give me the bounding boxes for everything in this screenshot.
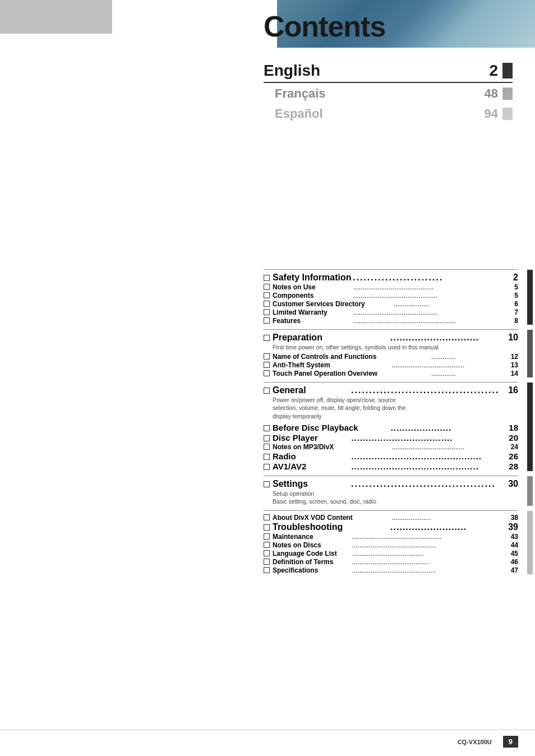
toc-dots-components: ........................................… bbox=[353, 292, 515, 299]
toc-row-troubleshoot: Troubleshooting ........................… bbox=[264, 522, 518, 532]
toc-dots-langcode: ...................................... bbox=[352, 550, 511, 557]
espanol-bar bbox=[502, 108, 513, 120]
toc-page-defterms: 46 bbox=[511, 558, 518, 566]
toc-dots-csd: ................... bbox=[394, 300, 515, 308]
toc-section-4: Settings ...............................… bbox=[264, 476, 518, 506]
page-footer: CQ-VX100U 9 bbox=[0, 730, 535, 748]
toc-dots-features: ........................................… bbox=[353, 317, 515, 325]
toc-dots-general: ........................................… bbox=[351, 385, 508, 395]
toc-row-antitheft: Anti-Theft System ......................… bbox=[264, 361, 518, 369]
language-espanol: Español 94 bbox=[264, 107, 513, 121]
toc-row-discplayer: Disc Player ............................… bbox=[264, 433, 518, 442]
toc-section-3: General ................................… bbox=[264, 382, 518, 471]
francais-page: 48 bbox=[485, 86, 498, 101]
toc-subtext-preparation: First time power on, other settings, sym… bbox=[264, 343, 518, 352]
toc-label-notes: Notes on Use bbox=[273, 283, 353, 291]
toc-row-touchpanel: Touch Panel Operation Overview .........… bbox=[264, 370, 518, 377]
toc-label-troubleshoot: Troubleshooting bbox=[273, 522, 390, 532]
toc-page-safety: 2 bbox=[513, 273, 518, 283]
toc-page-specs: 47 bbox=[511, 566, 518, 574]
toc-label-specs: Specifications bbox=[273, 566, 352, 574]
toc-dots-antitheft: ....................................... bbox=[391, 361, 510, 369]
toc-page-settings: 30 bbox=[508, 479, 518, 489]
toc-row-notesdiscs: Notes on Discs .........................… bbox=[264, 541, 518, 549]
espanol-page: 94 bbox=[485, 107, 498, 121]
toc-dots-radio: ........................................… bbox=[351, 451, 509, 461]
toc-label-maintenance: Maintenance bbox=[273, 533, 352, 541]
toc-page-csd: 6 bbox=[514, 300, 518, 308]
toc-dots-specs: ........................................… bbox=[352, 566, 511, 574]
toc-page-antitheft: 13 bbox=[511, 361, 518, 369]
toc-checkbox-components bbox=[264, 292, 270, 298]
toc-label-preparation: Preparation bbox=[273, 333, 390, 343]
toc-label-discplayer: Disc Player bbox=[273, 433, 351, 442]
toc-label-langcode: Language Code List bbox=[273, 550, 352, 557]
toc-subtext-settings: Setup operationBasic setting, screen, so… bbox=[264, 490, 518, 506]
toc-dots-touchpanel: ............. bbox=[431, 370, 511, 377]
toc-checkbox-maintenance bbox=[264, 533, 270, 540]
toc-page-features: 8 bbox=[514, 317, 518, 325]
toc-page-radio: 26 bbox=[509, 451, 518, 461]
toc-row-controls: Name of Controls and Functions .........… bbox=[264, 353, 518, 361]
toc-checkbox-features bbox=[264, 317, 270, 324]
toc-checkbox-general bbox=[264, 388, 270, 394]
toc-label-mp3: Notes on MP3/DivX bbox=[273, 443, 391, 451]
toc-label-general: General bbox=[273, 385, 351, 395]
toc-page-notesdiscs: 44 bbox=[511, 541, 518, 549]
toc-label-beforedisc: Before Disc Playback bbox=[273, 423, 391, 432]
toc-page-beforedisc: 18 bbox=[509, 423, 518, 432]
toc-label-divx: About DivX VOD Content bbox=[273, 514, 391, 522]
toc-row-csd: Customer Services Directory ............… bbox=[264, 300, 518, 308]
toc-label-antitheft: Anti-Theft System bbox=[273, 361, 391, 369]
toc-page-touchpanel: 14 bbox=[511, 370, 518, 377]
toc-page-notes: 5 bbox=[514, 283, 518, 291]
toc-checkbox-defterms bbox=[264, 559, 270, 565]
toc-checkbox-radio bbox=[264, 454, 270, 460]
toc-section-2: Preparation ............................… bbox=[264, 329, 518, 377]
toc-label-settings: Settings bbox=[273, 479, 351, 489]
toc-checkbox-touchpanel bbox=[264, 370, 270, 376]
toc-label-controls: Name of Controls and Functions bbox=[273, 353, 431, 361]
toc-dots-notesdiscs: ........................................… bbox=[352, 541, 511, 549]
toc-page-troubleshoot: 39 bbox=[508, 522, 518, 532]
page-title: Contents bbox=[264, 10, 385, 43]
toc-row-radio: Radio ..................................… bbox=[264, 451, 518, 461]
toc-dots-settings: ........................................ bbox=[351, 479, 508, 489]
toc-row-av: AV1/AV2 ................................… bbox=[264, 462, 518, 471]
toc-checkbox-mp3 bbox=[264, 444, 270, 450]
toc-row-notes: Notes on Use ...........................… bbox=[264, 283, 518, 291]
toc-checkbox-warranty bbox=[264, 309, 270, 315]
toc-checkbox-specs bbox=[264, 567, 270, 573]
toc-page-langcode: 45 bbox=[511, 550, 518, 557]
header-left-bar bbox=[0, 0, 112, 34]
toc-label-features: Features bbox=[273, 317, 353, 325]
toc-checkbox-notes bbox=[264, 284, 270, 290]
english-page: 2 bbox=[489, 62, 498, 80]
toc-checkbox-antitheft bbox=[264, 362, 270, 368]
toc-row-defterms: Definition of Terms ....................… bbox=[264, 558, 518, 566]
footer-page-number: 9 bbox=[503, 736, 518, 748]
toc-dots-beforedisc: ..................... bbox=[391, 423, 509, 432]
toc-dots-notes: ........................................… bbox=[353, 283, 515, 291]
language-section: English 2 Français 48 Español 94 bbox=[264, 62, 513, 121]
toc-row-settings: Settings ...............................… bbox=[264, 479, 518, 489]
toc-dots-preparation: ............................. bbox=[390, 333, 508, 343]
toc-label-safety: Safety Information bbox=[273, 273, 353, 283]
toc-checkbox-safety bbox=[264, 275, 270, 281]
toc-row-components: Components .............................… bbox=[264, 292, 518, 299]
toc-dots-defterms: ........................................… bbox=[352, 558, 511, 566]
toc-label-notesdiscs: Notes on Discs bbox=[273, 541, 352, 549]
toc-checkbox-troubleshoot bbox=[264, 524, 270, 531]
toc-row-mp3: Notes on MP3/DivX ......................… bbox=[264, 443, 518, 451]
toc-row-preparation: Preparation ............................… bbox=[264, 333, 518, 343]
toc-dots-warranty: ........................................… bbox=[353, 308, 515, 316]
toc-dots-troubleshoot: ......................... bbox=[390, 522, 508, 532]
toc-row-specs: Specifications .........................… bbox=[264, 566, 518, 574]
toc-page-divx: 38 bbox=[511, 514, 518, 522]
toc-row-general: General ................................… bbox=[264, 385, 518, 395]
toc-section-1: Safety Information .....................… bbox=[264, 269, 518, 325]
toc-checkbox-preparation bbox=[264, 335, 270, 341]
toc-label-warranty: Limited Warranty bbox=[273, 308, 353, 316]
toc-container: Safety Information .....................… bbox=[264, 269, 518, 577]
toc-subtext-general: Power on/power off, display open/close, … bbox=[264, 396, 518, 421]
